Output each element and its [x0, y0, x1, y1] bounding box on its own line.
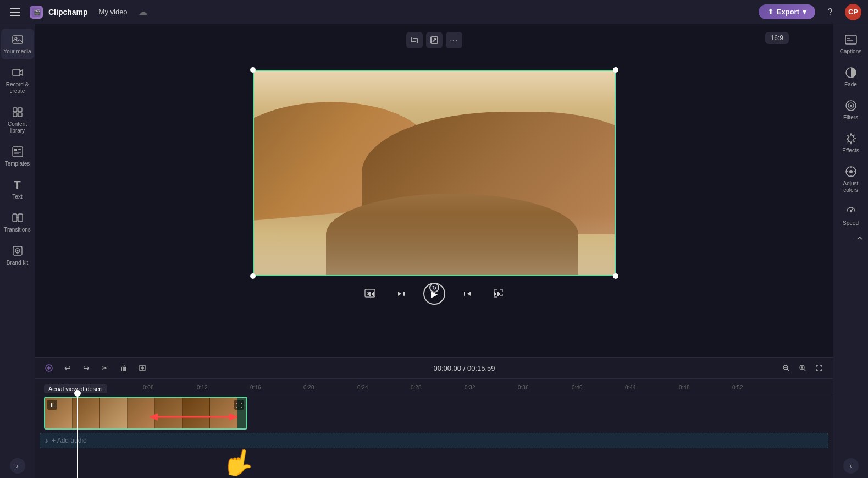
svg-rect-4 — [13, 69, 20, 76]
redo-button[interactable]: ↪ — [79, 361, 93, 375]
sidebar-item-content-library[interactable]: Contentlibrary — [1, 101, 34, 139]
speed-label: Speed — [843, 220, 859, 227]
help-button[interactable]: ? — [822, 4, 838, 20]
sidebar-item-record-create[interactable]: Record &create — [1, 62, 34, 99]
your-media-icon — [11, 33, 24, 46]
playhead[interactable] — [77, 392, 78, 478]
timeline-content: 0:04 0:08 0:12 0:16 0:20 0:24 0:28 0:32 … — [35, 379, 833, 478]
filters-label: Filters — [843, 114, 858, 121]
crop-button[interactable] — [406, 32, 423, 48]
svg-rect-13 — [14, 152, 21, 153]
undo-button[interactable]: ↩ — [60, 361, 75, 375]
captions-toggle-button[interactable] — [362, 285, 378, 302]
video-frame-wrapper: ↻ — [253, 70, 616, 276]
user-avatar-button[interactable]: CP — [845, 4, 861, 20]
svg-rect-11 — [18, 149, 21, 150]
video-title-button[interactable]: My video — [93, 6, 133, 18]
resize-handle-bl[interactable] — [250, 273, 256, 279]
right-sidebar-item-captions[interactable]: Captions — [834, 29, 867, 59]
filters-icon — [844, 99, 858, 112]
right-sidebar-item-adjust-colors[interactable]: Adjust colors — [834, 161, 867, 198]
templates-icon — [11, 145, 24, 158]
add-to-timeline-button[interactable] — [135, 361, 150, 375]
cut-button[interactable]: ✂ — [98, 361, 112, 375]
ruler-mark-0:28: 0:28 — [411, 384, 421, 391]
hamburger-menu-button[interactable] — [7, 3, 24, 21]
right-sidebar: Captions Fade Filters — [833, 24, 868, 478]
add-clip-button[interactable] — [42, 361, 56, 375]
svg-rect-15 — [13, 214, 17, 222]
svg-rect-12 — [18, 151, 21, 151]
resize-handle-br[interactable] — [613, 273, 618, 279]
ruler-mark-0:32: 0:32 — [465, 384, 475, 391]
right-sidebar-item-fade[interactable]: Fade — [834, 62, 867, 92]
play-button[interactable]: ▶ — [423, 283, 445, 305]
timeline-ruler: 0:04 0:08 0:12 0:16 0:20 0:24 0:28 0:32 … — [35, 379, 833, 392]
audio-icon: ♪ — [45, 436, 48, 445]
sidebar-item-brand-kit[interactable]: Brand kit — [1, 240, 34, 271]
video-track: Aerial view of desert — [40, 397, 828, 430]
effects-label: Effects — [842, 147, 859, 154]
rewind-button[interactable] — [392, 285, 410, 303]
right-sidebar-item-speed[interactable]: Speed — [834, 200, 867, 231]
sidebar-item-record-label: Record &create — [6, 81, 29, 95]
svg-rect-21 — [365, 289, 375, 297]
timeline-tracks: Aerial view of desert — [35, 392, 833, 478]
svg-rect-16 — [18, 214, 23, 222]
ruler-mark-0:36: 0:36 — [518, 384, 528, 391]
topbar: 🎬 Clipchamp My video ☁ ⬆ Export ▾ ? CP — [0, 0, 868, 24]
svg-rect-7 — [13, 113, 17, 117]
fast-forward-button[interactable] — [458, 285, 476, 303]
ruler-mark-0:16: 0:16 — [250, 384, 261, 391]
resize-handle-tr[interactable] — [613, 67, 618, 73]
ruler-mark-0:48: 0:48 — [679, 384, 689, 391]
sidebar-item-templates[interactable]: Templates — [1, 141, 34, 172]
svg-rect-14 — [14, 153, 19, 154]
ruler-mark-0:52: 0:52 — [732, 384, 743, 391]
sidebar-item-transitions-label: Transitions — [4, 227, 31, 233]
delete-button[interactable]: 🗑 — [117, 361, 131, 375]
right-sidebar-item-effects[interactable]: Effects — [834, 128, 867, 158]
fit-to-window-button[interactable] — [812, 361, 826, 375]
app-logo: 🎬 — [30, 6, 43, 19]
video-clip[interactable]: ⏸ ⋮⋮ — [44, 397, 247, 430]
app-name: Clipchamp — [48, 8, 88, 17]
svg-text:🎬: 🎬 — [34, 9, 41, 16]
more-options-button[interactable]: ··· — [446, 32, 462, 48]
preview-toolbar: ··· — [406, 32, 462, 48]
topbar-left: 🎬 Clipchamp My video ☁ — [7, 3, 147, 21]
content-library-icon — [11, 106, 24, 119]
sidebar-collapse-button[interactable]: › — [10, 458, 25, 474]
zoom-in-button[interactable] — [795, 361, 810, 375]
resize-handle-tl[interactable] — [250, 67, 256, 73]
ruler-mark-0:08: 0:08 — [143, 384, 153, 391]
fade-label: Fade — [844, 81, 857, 88]
fullscreen-button[interactable] — [490, 285, 507, 302]
clip-handle-icon[interactable]: ⋮⋮ — [234, 400, 244, 410]
fade-icon — [844, 66, 858, 79]
sidebar-item-brand-kit-label: Brand kit — [7, 260, 28, 266]
main-layout: Your media Record &create Contentlibra — [0, 24, 868, 478]
sidebar-item-templates-label: Templates — [5, 161, 30, 167]
clip-thumb-6 — [183, 398, 210, 428]
resize-button[interactable] — [426, 32, 443, 48]
export-button[interactable]: ⬆ Export ▾ — [759, 4, 815, 19]
captions-label: Captions — [840, 48, 861, 55]
audio-track[interactable]: ♪ + Add audio — [40, 433, 828, 448]
sidebar-item-transitions[interactable]: Transitions — [1, 207, 34, 238]
sidebar-item-text[interactable]: T Text — [1, 174, 34, 205]
adjust-colors-label: Adjust colors — [837, 180, 865, 194]
right-sidebar-item-filters[interactable]: Filters — [834, 95, 867, 125]
svg-rect-8 — [18, 113, 22, 117]
zoom-out-button[interactable] — [779, 361, 793, 375]
speed-icon — [844, 205, 858, 218]
transitions-icon — [11, 211, 24, 224]
clip-thumb-4 — [128, 398, 155, 428]
right-panel-collapse-button[interactable]: ‹ — [843, 458, 859, 474]
player-controls: ⏮ ▶ ⏭ — [351, 276, 518, 311]
left-sidebar: Your media Record &create Contentlibra — [0, 24, 35, 478]
sync-icon: ☁ — [139, 7, 147, 17]
sidebar-item-your-media[interactable]: Your media — [1, 29, 34, 59]
add-audio-label: + Add audio — [52, 437, 87, 444]
video-frame[interactable] — [253, 70, 616, 276]
